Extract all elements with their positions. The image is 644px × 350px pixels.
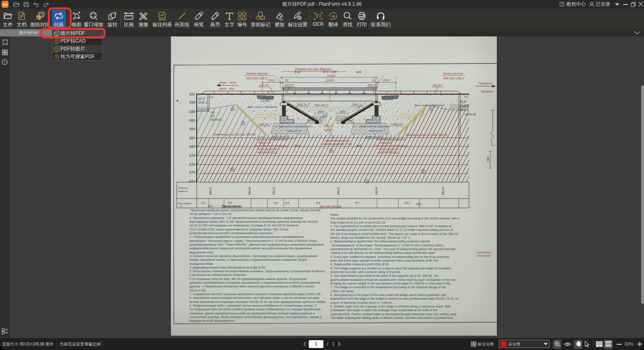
svg-text:Середина фундаментной: Середина фундаментной: [256, 138, 287, 141]
svg-text:691.87: 691.87: [433, 84, 443, 87]
svg-text:3480: 3480: [318, 111, 324, 113]
svg-text:29.04.91: 29.04.91: [464, 113, 476, 116]
svg-text:14.2: 14.2: [416, 203, 421, 205]
svg-text:a layer of fractional crushed: a layer of fractional crushed stone h = …: [330, 301, 393, 305]
svg-text:КМ 236+355.581: КМ 236+355.581: [378, 151, 398, 154]
svg-text:AI: AI: [332, 14, 335, 18]
svg-text:1: 1: [357, 144, 359, 148]
svg-text:7. Сопряжение моста с насыпь: 7. Сопряжение моста с насыпью выполнено …: [189, 292, 321, 296]
svg-text:Дрен. грунт с Рф≥2м/сут: Дрен. грунт с Рф≥2м/сут: [247, 106, 278, 108]
svg-text:строения. Далее поверхностные: строения. Далее поверхностные воды по те…: [189, 312, 314, 315]
svg-text:Ш-4: Ш-4: [460, 99, 466, 104]
svg-text:gravel-pebble foundation shoul: gravel-pebble foundation should be insta…: [330, 278, 456, 282]
svg-text:8.9: 8.9: [228, 201, 232, 204]
svg-text:Алма - Ата: Алма - Ата: [218, 81, 236, 84]
svg-text:690.43: 690.43: [375, 187, 378, 195]
svg-text:680: 680: [189, 145, 195, 149]
svg-text:691.87: 691.87: [285, 84, 294, 87]
svg-text:М 1 : 200: М 1 : 200: [323, 70, 337, 74]
svg-text:676: 676: [189, 163, 195, 167]
svg-text:689.94: 689.94: [248, 187, 251, 195]
svg-text:24.5: 24.5: [207, 205, 213, 208]
svg-text:total length of 26.1m,size G-2: total length of 26.1m,size G-29.3+2x2.25…: [330, 221, 386, 224]
svg-text:674: 674: [189, 170, 195, 174]
svg-text:4.9: 4.9: [285, 201, 289, 204]
svg-text:8. Strengthening of the s: 8. Strengthening of the slope of the con…: [330, 293, 446, 297]
svg-text:2500: 2500: [268, 79, 276, 82]
svg-text:3. Ездовое полотно принято дв: 3. Ездовое полотно принято двухслойное, …: [189, 254, 317, 258]
svg-text:3480: 3480: [339, 111, 346, 113]
svg-text:6. В основании опор до отм. 68: 6. В основании опор до отм. 682.99 преду…: [189, 277, 307, 281]
svg-text:м: м: [180, 205, 182, 208]
svg-text:55: 55: [372, 79, 376, 82]
svg-text:The middle of the foundation: The middle of the foundation: [254, 145, 287, 147]
svg-text:3: 3: [242, 122, 244, 125]
svg-text:5. The bridge supports ar: 5. The bridge supports are strutted on a…: [330, 266, 451, 270]
svg-text:ГОСТ-33384-2015. Балки выполня: ГОСТ-33384-2015. Балки выполняются в опа…: [189, 228, 289, 231]
svg-text:грунт (Кф≥2 м/сут): грунт (Кф≥2 м/сут): [400, 116, 421, 118]
svg-text:692: 692: [189, 92, 195, 96]
svg-text:The water entering the settlin: The water entering the settling tanks is…: [330, 316, 454, 320]
svg-text:Отметка: Отметка: [178, 187, 188, 189]
svg-text:двутавровые балки ТБН 21-65" п: двутавровые балки ТБН 21-65" применитель…: [189, 220, 318, 224]
svg-text:686.55: 686.55: [337, 187, 340, 195]
svg-text:изготавливаемого ЗАО "ТехноНИК: изготавливаемого ЗАО "ТехноНИКОЛЬ". Данн…: [189, 243, 324, 246]
svg-text:686: 686: [189, 118, 195, 122]
svg-text:"Technoelastmost" of the brand: "Technoelastmost" of the brand "Technoel…: [330, 244, 444, 247]
svg-text:690: 690: [189, 100, 195, 104]
svg-text:2: 2: [244, 13, 245, 16]
svg-text:subsequent discharge of water: subsequent discharge of water into drain…: [330, 308, 438, 312]
svg-text:3.503.1-96 series.: 3.503.1-96 series.: [330, 289, 355, 293]
svg-text:26,1м,габарит Г-29.3+2х2.25.: 26,1м,габарит Г-29.3+2х2.25.: [189, 212, 232, 216]
svg-text:асфальтобетонное покрытие непо: асфальтобетонное покрытие непосредственн…: [189, 246, 312, 250]
svg-text:2300: 2300: [487, 156, 489, 163]
svg-text:2: 2: [298, 144, 300, 148]
svg-text:0.3: 0.3: [464, 95, 468, 98]
svg-text:Начало моста: Начало моста: [246, 72, 268, 75]
svg-text:2500: 2500: [383, 79, 390, 82]
svg-text:NK-102.8 according to GOST-333: NK-102.8 according to GOST-33384-2015. T…: [330, 232, 458, 236]
svg-text:Замена грунта до отм. 682.99: Замена грунта до отм. 682.99: [406, 133, 447, 137]
svg-text:моста выполняется сборными пли: моста выполняется сборными плитами ПУ150…: [189, 300, 326, 304]
svg-text:Расстояние,: Расстояние,: [178, 202, 192, 205]
svg-text:на слое фр: на слое фр: [477, 254, 491, 257]
svg-text:с расчетом на сейсмичность 8 б: с расчетом на сейсмичность 8 баллов.: [189, 273, 247, 277]
svg-text:23.2: 23.2: [404, 201, 410, 204]
svg-text:Alma - Ata: Alma - Ata: [219, 87, 234, 90]
svg-text:of the support No. 1: of the support No. 1: [258, 148, 281, 151]
svg-text:КМ 236+333.3: КМ 236+333.3: [247, 77, 267, 80]
svg-text:2: 2: [298, 70, 301, 74]
svg-text:A: A: [42, 12, 44, 15]
svg-text:2: 2: [430, 108, 432, 111]
svg-text:4: 4: [330, 149, 332, 152]
svg-text:691.87: 691.87: [368, 84, 378, 87]
svg-text:Середина фундамента: Середина фундамента: [376, 138, 405, 141]
svg-text:отстойные колодцы. Вода попада: отстойные колодцы. Вода попадая в отстой…: [189, 315, 321, 319]
svg-text:КМ 236+346.35: КМ 236+346.35: [320, 205, 341, 208]
svg-text:8.9: 8.9: [316, 201, 320, 204]
svg-text:9. Surface water from the: 9. Surface water from the roadway of the…: [330, 305, 451, 308]
svg-text:(Купл=0.98).: (Купл=0.98).: [189, 289, 207, 292]
svg-text:8. Укрепление откоса конуса: 8. Укрепление откоса конуса под мостом и…: [189, 296, 319, 300]
svg-text:55: 55: [285, 79, 289, 82]
svg-text:685.29: 685.29: [259, 122, 269, 126]
svg-text:Ташкент: Ташкент: [478, 81, 493, 85]
svg-text:2. Гидроизоляция применена и: 2. Гидроизоляция применена из рулонного …: [189, 235, 304, 239]
svg-text:камнем размером +0.5м: камнем размером +0.5м: [322, 142, 352, 146]
svg-text:690.12: 690.12: [272, 187, 275, 195]
svg-text:2.3: 2.3: [464, 104, 469, 107]
svg-text:материала "Техноэластмост" мар: материала "Техноэластмост" марки "Техноэ…: [189, 239, 317, 243]
svg-text:5.6: 5.6: [274, 201, 278, 204]
svg-text:5.000: 5.000: [263, 99, 269, 102]
svg-text:грунта - с доведением объемног: грунта - с доведением объемного веса ске…: [189, 285, 315, 288]
svg-text:8.7: 8.7: [355, 201, 359, 204]
svg-text:последующим сбросом воды в вод: последующим сбросом воды в водоотводные …: [189, 307, 321, 311]
svg-text:3.6: 3.6: [211, 111, 215, 114]
svg-text:?: ?: [4, 60, 6, 64]
svg-text:downstream from the edge of th: downstream from the edge of the bridge i…: [330, 297, 458, 300]
svg-text:7. The bridge is connecte: 7. The bridge is connected to the embank…: [330, 285, 446, 289]
svg-text:3: 3: [231, 168, 233, 171]
svg-text:?: ?: [561, 2, 563, 6]
svg-text:689.20: 689.20: [442, 187, 444, 195]
svg-text:0.5: 0.5: [209, 96, 213, 99]
